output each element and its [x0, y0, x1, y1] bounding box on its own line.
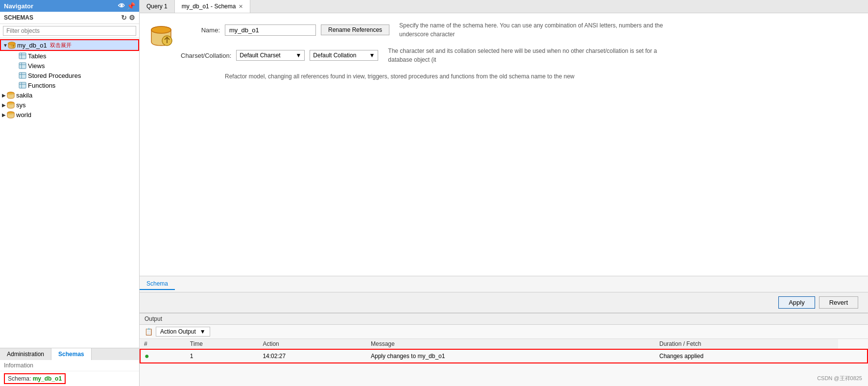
sidebar: Navigator 👁 📌 SCHEMAS ↻ ⚙ ▼	[0, 0, 140, 386]
schemas-icons: ↻ ⚙	[121, 14, 135, 22]
settings-icon[interactable]: ⚙	[129, 14, 135, 22]
tree-label-hint: 双击展开	[50, 42, 72, 49]
bottom-sidebar: Administration Schemas Information Schem…	[0, 348, 139, 386]
schema-info-label: Schema:	[8, 375, 31, 382]
tree-label-stored-procedures: Stored Procedures	[28, 72, 81, 79]
col-time: Time	[186, 339, 259, 349]
schema-tab-section: Schema	[140, 276, 868, 292]
tree-item-sys[interactable]: ▶ sys	[0, 100, 139, 110]
charset-label: Charset/Collation:	[181, 52, 231, 59]
tree-item-views[interactable]: Views	[0, 61, 139, 71]
rename-references-button[interactable]: Rename References	[321, 24, 389, 35]
tab-query1-label: Query 1	[146, 3, 168, 10]
tab-close-icon[interactable]: ✕	[239, 3, 243, 10]
refresh-icon[interactable]: ↻	[121, 14, 127, 22]
tab-query1[interactable]: Query 1	[140, 0, 175, 13]
svg-rect-2	[19, 53, 26, 59]
tab-schema[interactable]: my_db_o1 - Schema ✕	[175, 0, 251, 13]
form-fields: Name: Rename References Specify the name…	[181, 21, 858, 87]
col-num: #	[140, 339, 186, 349]
tab-schemas[interactable]: Schemas	[51, 348, 92, 360]
output-section: Output 📋 Action Output ▼ # Time Action M…	[140, 313, 868, 386]
view-icon	[19, 62, 26, 70]
navigator-header: Navigator 👁 📌	[0, 0, 139, 12]
info-section: Information	[0, 360, 139, 371]
table-row: ● 1 14:02:27 Apply changes to my_db_o1 C…	[140, 349, 868, 363]
arrow-down-icon: ▼	[3, 43, 8, 48]
schemas-bar: SCHEMAS ↻ ⚙	[0, 12, 139, 24]
info-label: Information	[4, 362, 33, 369]
navigator-title: Navigator	[4, 2, 33, 10]
charset-row: Charset/Collation: Default Charset ▼ Def…	[181, 47, 858, 64]
proc-icon	[19, 72, 26, 79]
table-header-row: # Time Action Message Duration / Fetch	[140, 339, 868, 349]
name-row: Name: Rename References Specify the name…	[181, 21, 858, 39]
database-icon-sys	[7, 101, 15, 109]
tree-label-world: world	[16, 111, 31, 119]
copy-icon[interactable]: 📋	[145, 328, 153, 336]
tree-item-tables[interactable]: Tables	[0, 51, 139, 61]
apply-button[interactable]: Apply	[778, 296, 815, 309]
schema-info: Schema: my_db_o1	[0, 371, 139, 386]
desc2: Refactor model, changing all references …	[225, 73, 575, 80]
desc2-row: Refactor model, changing all references …	[225, 72, 858, 81]
tab-administration[interactable]: Administration	[0, 348, 51, 360]
desc1: Specify the name of the schema here. You…	[399, 21, 693, 39]
pin-icon[interactable]: 📌	[127, 2, 135, 10]
desc3: The character set and its collation sele…	[388, 47, 682, 64]
svg-rect-11	[19, 82, 26, 88]
apply-bar: Apply Revert	[140, 292, 868, 313]
charset-select[interactable]: Default Charset ▼	[236, 50, 305, 61]
tree-label-sys: sys	[16, 101, 26, 109]
collation-select[interactable]: Default Collation ▼	[310, 50, 378, 61]
name-label: Name:	[181, 26, 220, 34]
svg-rect-5	[19, 63, 26, 69]
revert-button[interactable]: Revert	[819, 296, 858, 309]
tree-item-world[interactable]: ▶ world	[0, 110, 139, 120]
tree-label-sakila: sakila	[16, 92, 32, 99]
schema-info-box: Schema: my_db_o1	[4, 373, 66, 384]
schemas-label: SCHEMAS	[4, 14, 33, 21]
action-output-dropdown-icon: ▼	[200, 328, 206, 335]
tree-item-sakila[interactable]: ▶ sakila	[0, 90, 139, 100]
charset-dropdown-icon: ▼	[295, 52, 301, 59]
tree-label-functions: Functions	[28, 82, 55, 89]
bottom-tabs: Administration Schemas	[0, 348, 139, 360]
database-icon-world	[7, 111, 15, 119]
collation-value: Default Collation	[313, 52, 356, 59]
action-output-select[interactable]: Action Output ▼	[156, 327, 210, 337]
eye-icon[interactable]: 👁	[118, 2, 125, 10]
func-icon	[19, 81, 26, 89]
col-duration: Duration / Fetch	[655, 339, 838, 349]
schema-tab-item[interactable]: Schema	[140, 278, 175, 290]
tree-label-tables: Tables	[28, 52, 47, 60]
cell-time: 14:02:27	[259, 349, 367, 363]
tabs-bar: Query 1 my_db_o1 - Schema ✕	[140, 0, 868, 13]
action-output-label: Action Output	[160, 328, 196, 335]
output-table: # Time Action Message Duration / Fetch ●…	[140, 339, 868, 363]
col-message: Message	[367, 339, 655, 349]
tree-item-stored-procedures[interactable]: Stored Procedures	[0, 71, 139, 80]
output-header: Output	[140, 314, 868, 325]
tree-item-my_db_o1[interactable]: ▼ my_db_o1 双击展开	[0, 39, 139, 51]
charset-value: Default Charset	[240, 52, 280, 59]
svg-point-18	[151, 26, 171, 33]
main-content: Name: Rename References Specify the name…	[140, 13, 868, 276]
database-icon-sakila	[7, 91, 15, 99]
output-toolbar: 📋 Action Output ▼	[140, 325, 868, 339]
name-input[interactable]	[225, 24, 316, 36]
filter-box	[0, 24, 139, 38]
arrow-right-icon-sys: ▶	[2, 102, 7, 108]
arrow-right-icon-world: ▶	[2, 112, 7, 118]
arrow-right-icon: ▶	[2, 93, 7, 98]
schema-info-value: my_db_o1	[33, 375, 62, 382]
cell-num: 1	[186, 349, 259, 363]
cell-status: ●	[140, 349, 186, 363]
filter-input[interactable]	[3, 26, 136, 36]
collation-dropdown-icon: ▼	[369, 52, 375, 59]
cell-message: Changes applied	[655, 349, 838, 363]
tree-item-functions[interactable]: Functions	[0, 80, 139, 90]
svg-rect-8	[19, 72, 26, 78]
content-area: Query 1 my_db_o1 - Schema ✕	[140, 0, 868, 386]
cell-duration	[838, 349, 868, 363]
